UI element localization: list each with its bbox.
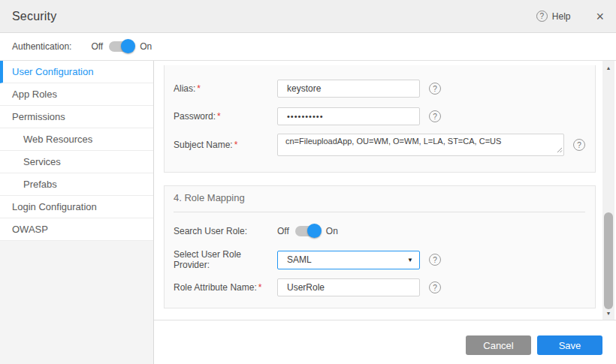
sidebar-item-services[interactable]: Services <box>0 151 153 173</box>
role-attribute-label: Role Attribute Name:* <box>174 282 277 293</box>
field-row-search-user-role: Search User Role: Off On <box>165 224 595 239</box>
sidebar-item-permissions[interactable]: Permissions <box>0 106 153 128</box>
sidebar-item-user-configuration[interactable]: User Configuration <box>0 61 153 83</box>
dialog-footer: Cancel Save <box>154 320 616 364</box>
field-row-subject-name: Subject Name:* cn=FileuploadApp, OU=WM, … <box>165 134 595 156</box>
help-icon[interactable]: ? <box>573 139 585 151</box>
help-link[interactable]: Help <box>552 11 571 22</box>
search-user-role-label: Search User Role: <box>174 226 277 236</box>
help-icon[interactable]: ? <box>429 83 441 95</box>
search-user-role-toggle-group: Off On <box>277 226 338 236</box>
cancel-button[interactable]: Cancel <box>466 335 531 355</box>
field-row-alias: Alias:* ? <box>165 80 595 98</box>
sidebar-item-label: Services <box>23 156 61 167</box>
required-mark: * <box>197 83 201 94</box>
save-button[interactable]: Save <box>537 335 602 355</box>
user-role-provider-label: Select User Role Provider: <box>174 249 277 270</box>
alias-input[interactable] <box>277 80 420 98</box>
role-mapping-section-card: 4. Role Mapping Search User Role: Off On <box>164 185 596 308</box>
sidebar-item-login-configuration[interactable]: Login Configuration <box>0 196 153 218</box>
sidebar-item-label: Web Resources <box>23 134 92 145</box>
subject-name-label: Subject Name:* <box>174 140 277 150</box>
sidebar-item-label: User Configuration <box>12 66 93 77</box>
toggle-on-label: On <box>326 226 338 236</box>
chevron-down-icon: ▼ <box>407 257 413 263</box>
alias-label: Alias:* <box>174 83 277 94</box>
help-icon[interactable]: ? <box>429 110 441 122</box>
help-icon[interactable]: ? <box>429 281 441 293</box>
textarea-resize-handle[interactable] <box>557 147 563 153</box>
search-user-role-toggle[interactable] <box>295 226 320 236</box>
authentication-toggle[interactable] <box>109 41 134 52</box>
field-row-user-role-provider: Select User Role Provider: SAML ▼ ? <box>165 250 595 269</box>
vertical-scrollbar[interactable]: ▲ ▼ <box>602 61 614 320</box>
subject-name-textarea-wrap: cn=FileuploadApp, OU=WM, O=WM, L=LA, ST=… <box>277 134 564 156</box>
page-title: Security <box>12 10 56 23</box>
divider <box>174 212 585 212</box>
field-row-password: Password:* ? <box>165 107 595 125</box>
password-input[interactable] <box>277 107 420 125</box>
sidebar-item-owasp[interactable]: OWASP <box>0 218 153 241</box>
scrollable-form-area: Alias:* ? Password:* ? Subject Name:* cn… <box>154 61 616 320</box>
required-mark: * <box>234 140 238 150</box>
dialog-header: Security ? Help × <box>0 0 616 33</box>
field-row-role-attribute: Role Attribute Name:* ? <box>165 278 595 296</box>
sidebar-item-label: Prefabs <box>23 179 57 190</box>
required-mark: * <box>258 282 262 293</box>
content-panel: Alias:* ? Password:* ? Subject Name:* cn… <box>154 61 616 364</box>
selected-option-label: SAML <box>287 254 312 265</box>
subject-name-textarea[interactable]: cn=FileuploadApp, OU=WM, O=WM, L=LA, ST=… <box>277 134 564 156</box>
toggle-knob <box>307 224 322 238</box>
scrollbar-thumb[interactable] <box>604 212 613 309</box>
section-title: 4. Role Mapping <box>174 192 245 203</box>
close-icon[interactable]: × <box>596 10 604 23</box>
help-icon[interactable]: ? <box>429 254 441 266</box>
sidebar-item-prefabs[interactable]: Prefabs <box>0 173 153 196</box>
toggle-knob <box>121 39 135 53</box>
sidebar-item-label: OWASP <box>12 224 48 235</box>
required-mark: * <box>217 111 221 122</box>
dialog-body: User Configuration App Roles Permissions… <box>0 61 616 364</box>
user-role-provider-select[interactable]: SAML ▼ <box>277 251 420 269</box>
toggle-on-label: On <box>140 41 152 52</box>
role-attribute-input[interactable] <box>277 278 420 296</box>
scroll-up-button[interactable]: ▲ <box>602 62 614 73</box>
scroll-down-button[interactable]: ▼ <box>602 308 614 318</box>
toggle-off-label: Off <box>277 226 289 236</box>
password-label: Password:* <box>174 111 277 122</box>
sidebar-item-label: Permissions <box>12 111 65 122</box>
help-icon[interactable]: ? <box>536 11 548 22</box>
sidebar-item-web-resources[interactable]: Web Resources <box>0 128 153 151</box>
sidebar: User Configuration App Roles Permissions… <box>0 61 154 364</box>
authentication-toggle-group: Off On <box>91 41 152 52</box>
sidebar-item-label: App Roles <box>12 89 57 100</box>
authentication-label: Authentication: <box>12 41 71 52</box>
toggle-off-label: Off <box>91 41 103 52</box>
sidebar-item-label: Login Configuration <box>12 201 97 212</box>
keystore-section-card: Alias:* ? Password:* ? Subject Name:* cn… <box>164 65 596 173</box>
sidebar-item-app-roles[interactable]: App Roles <box>0 83 153 106</box>
authentication-row: Authentication: Off On <box>0 33 616 61</box>
security-dialog: Security ? Help × Authentication: Off On… <box>0 0 616 364</box>
header-actions: ? Help × <box>536 10 604 23</box>
